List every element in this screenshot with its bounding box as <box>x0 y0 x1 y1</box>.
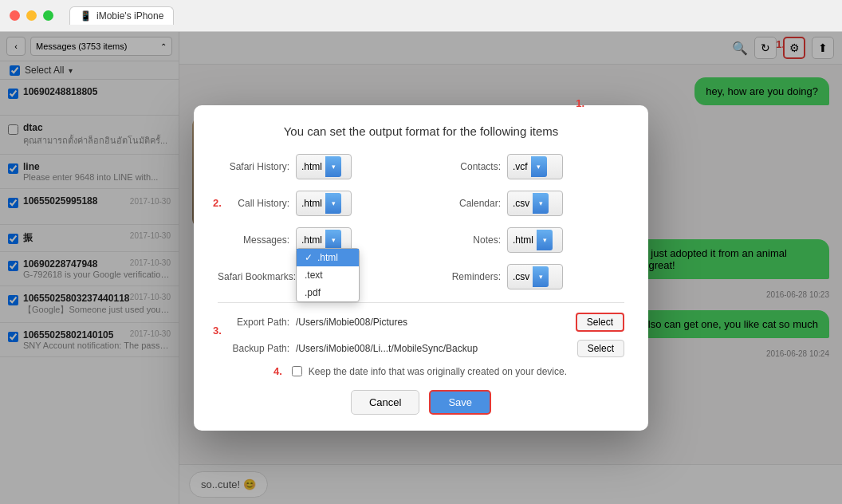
notes-row: Notes: .html ▾ <box>429 227 624 253</box>
step2-label: 2. <box>213 197 222 209</box>
export-path-row: Export Path: /Users/iMobie008/Pictures S… <box>218 313 624 332</box>
calendar-label: Calendar: <box>429 198 501 209</box>
save-button[interactable]: Save <box>429 390 491 415</box>
backup-select-button[interactable]: Select <box>577 340 624 357</box>
reminders-label: Reminders: <box>429 271 501 282</box>
reminders-row: Reminders: .csv ▾ <box>429 264 624 289</box>
select-arrow-icon: ▾ <box>533 193 549 214</box>
close-button[interactable] <box>10 10 20 21</box>
option-label: .pdf <box>305 287 321 298</box>
title-bar: 📱 iMobie's iPhone <box>0 0 842 32</box>
right-panel: 🔍 ↻ ⚙ ⬆ hey, how are you doing? 🐱 look t… <box>179 32 842 504</box>
keep-date-label: Keep the date info that was originally c… <box>309 366 567 377</box>
reminders-value: .csv <box>513 271 529 282</box>
modal-overlay: 1. You can set the output format for the… <box>0 32 842 504</box>
step3-label: 3. <box>213 325 222 337</box>
backup-path-label: Backup Path: <box>218 343 289 354</box>
keep-date-row: 4. Keep the date info that was originall… <box>297 365 624 377</box>
cancel-button[interactable]: Cancel <box>351 390 419 415</box>
safari-history-row: Safari History: .html ▾ <box>218 154 413 179</box>
step4-label: 4. <box>273 365 282 377</box>
safari-bookmarks-label: Safari Bookmarks: <box>218 271 296 282</box>
backup-path-row: Backup Path: /Users/iMobie008/Li...t/Mob… <box>218 340 624 357</box>
select-arrow-icon: ▾ <box>537 230 553 250</box>
option-label: .text <box>305 270 323 281</box>
app-tab[interactable]: 📱 iMobie's iPhone <box>69 6 174 25</box>
dropdown-option-text[interactable]: .text <box>297 266 359 284</box>
messages-label: Messages: <box>218 234 289 246</box>
messages-value: .html <box>301 234 322 246</box>
calendar-value: .csv <box>513 198 529 209</box>
notes-label: Notes: <box>429 234 501 246</box>
call-history-label: Call History: <box>218 198 289 209</box>
calendar-select[interactable]: .csv ▾ <box>507 191 563 216</box>
traffic-lights <box>10 10 53 21</box>
safari-history-select[interactable]: .html ▾ <box>296 154 352 179</box>
maximize-button[interactable] <box>43 10 53 21</box>
check-mark: ✓ <box>305 252 313 263</box>
format-form: Safari History: .html ▾ Contacts: .vcf ▾ <box>218 154 624 289</box>
export-format-modal: 1. You can set the output format for the… <box>194 105 648 431</box>
select-arrow-icon: ▾ <box>325 193 341 214</box>
dropdown-option-html[interactable]: ✓ .html <box>297 249 359 266</box>
calendar-row: Calendar: .csv ▾ <box>429 191 624 216</box>
call-history-row: Call History: .html ▾ <box>218 191 413 216</box>
phone-icon: 📱 <box>80 10 92 22</box>
safari-history-value: .html <box>301 161 322 172</box>
modal-title: You can set the output format for the fo… <box>218 124 624 138</box>
dropdown-option-pdf[interactable]: .pdf <box>297 284 359 301</box>
call-history-value: .html <box>301 198 322 209</box>
step1-label: 1. <box>576 97 584 109</box>
contacts-select[interactable]: .vcf ▾ <box>507 154 563 179</box>
minimize-button[interactable] <box>26 10 37 21</box>
keep-date-checkbox[interactable] <box>292 366 302 376</box>
tab-label: iMobie's iPhone <box>96 10 163 22</box>
reminders-select[interactable]: .csv ▾ <box>507 264 563 289</box>
contacts-value: .vcf <box>513 161 528 172</box>
contacts-label: Contacts: <box>429 161 501 172</box>
modal-actions: Cancel Save <box>218 390 624 415</box>
select-arrow-icon: ▾ <box>325 156 341 177</box>
export-path-label: Export Path: <box>218 317 289 328</box>
call-history-select[interactable]: .html ▾ <box>296 191 352 216</box>
notes-select[interactable]: .html ▾ <box>507 227 563 253</box>
select-arrow-icon: ▾ <box>531 156 547 177</box>
messages-dropdown[interactable]: ✓ .html .text .pdf <box>296 248 360 302</box>
contacts-row: Contacts: .vcf ▾ <box>429 154 624 179</box>
backup-path-value: /Users/iMobie008/Li...t/MobileSync/Backu… <box>296 343 571 354</box>
export-path-value: /Users/iMobie008/Pictures <box>296 317 569 328</box>
export-select-button[interactable]: Select <box>576 313 624 332</box>
messages-row: Messages: .html ▾ ✓ .html <box>218 227 413 253</box>
safari-history-label: Safari History: <box>218 161 289 172</box>
main-area: ‹ Messages (3753 items) ⌃ Select All ▾ 1… <box>0 32 842 504</box>
select-arrow-icon: ▾ <box>533 266 549 287</box>
notes-value: .html <box>513 234 533 246</box>
option-label: .html <box>317 252 338 263</box>
